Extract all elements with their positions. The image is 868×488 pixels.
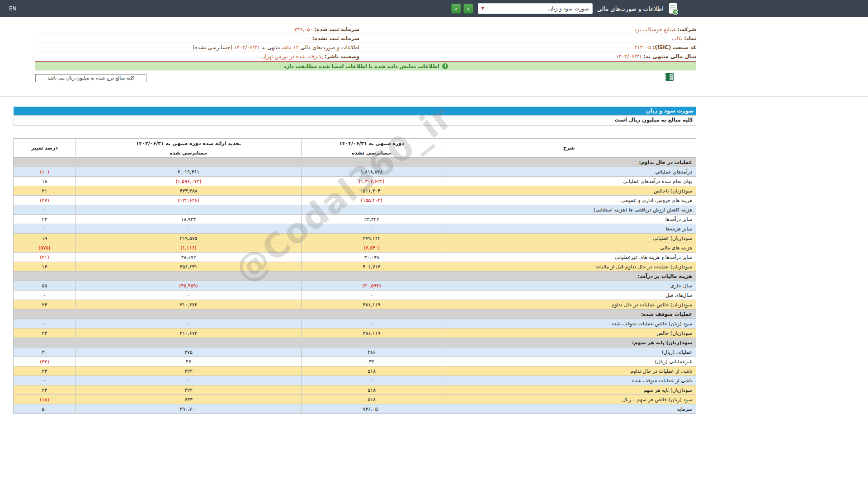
row-label: سود(زيان) خالص <box>442 328 696 338</box>
col-subheader-restated-audit: حسابرسی شده <box>76 148 302 158</box>
value-previous: (۱۲۲,۶۴۶) <box>76 196 302 205</box>
company-name-link[interactable]: صنایع جوشکاب یزد <box>634 26 675 33</box>
info-row-1: شرکت: صنایع جوشکاب یزد سرمایه ثبت شده: ۷… <box>35 25 696 34</box>
value-change-pct: ۵۰ <box>14 404 76 414</box>
value-change-pct: (۵۷۵) <box>14 243 76 253</box>
value-change-pct: (۲۱) <box>14 253 76 262</box>
section-label: عملیات در حال تداوم: <box>14 158 696 167</box>
statement-nav-buttons: ‹ › <box>451 4 473 14</box>
fiscal-year-field: سال مالی منتهی به: ۱۴۰۴/۰۶/۳۱ <box>616 53 696 60</box>
section-row: عملیات متوقف شده: <box>14 310 696 319</box>
row-label: سال‌های قبل <box>442 291 696 300</box>
value-change-pct: ۲۱ <box>14 186 76 196</box>
top-navbar: EN اطلاعات و صورت‌های مالی صورت سود و زی… <box>0 0 868 17</box>
row-label: سود (زیان) خالص عملیات متوقف شده <box>442 319 696 328</box>
prev-statement-button[interactable]: ‹ <box>451 4 461 14</box>
value-current: ۷۳۶,۰۵۰ <box>302 404 442 414</box>
row-label: غیرعملیاتی (ریال) <box>442 357 696 366</box>
symbol-link[interactable]: بکاب <box>672 35 683 42</box>
section-row: هزينه ماليات بر درآمد: <box>14 272 696 281</box>
next-statement-button[interactable]: › <box>463 4 473 14</box>
value-change-pct: ۲۳ <box>14 385 76 395</box>
value-change-pct: ۳۰ <box>14 347 76 357</box>
isic-label: کد صنعت (ISIC): <box>653 44 696 51</box>
table-row: سایر هزینه‌ها۰۰۰ <box>14 224 696 234</box>
value-change-pct: ۰ <box>14 376 76 385</box>
table-row: غیرعملیاتی (ریال)۳۲۴۷(۳۲) <box>14 357 696 366</box>
income-table-body: عملیات در حال تداوم:درآمدهاي عملياتي۱,۸۱… <box>14 158 696 414</box>
value-current: (۱,۳۰۷,۶۲۴) <box>302 177 442 186</box>
registered-capital-label: سرمایه ثبت شده: <box>314 26 359 33</box>
statement-title-bar: صورت سود و زیان <box>14 107 696 115</box>
value-change-pct: ۰ <box>14 291 76 300</box>
value-current: ۳۸۱,۱۱۹ <box>302 328 442 338</box>
value-previous: ۲,۰۱۹,۳۶۱ <box>76 167 302 177</box>
section-label: هزينه ماليات بر درآمد: <box>14 272 696 281</box>
section-label: سود(زیان) پایه هر سهم: <box>14 338 696 347</box>
table-row: سود(زيان) خالص عمليات در حال تداوم۳۸۱,۱۱… <box>14 300 696 310</box>
signature-match-banner: i اطلاعات نمایش داده شده با اطلاعات امضا… <box>35 62 696 70</box>
value-current: (۲۰,۵۹۴) <box>302 281 442 291</box>
info-row-4: سال مالی منتهی به: ۱۴۰۴/۰۶/۳۱ وضعیت ناشر… <box>35 52 696 61</box>
value-current: ۳۷۹,۱۴۴ <box>302 234 442 243</box>
value-current: (۱۵۵,۴۰۲) <box>302 196 442 205</box>
row-label: سود(زيان) ناخالص <box>442 186 696 196</box>
row-label: سود(زيان) عمليات در حال تداوم قبل از مال… <box>442 262 696 272</box>
unregistered-capital-label: سرمایه ثبت نشده: <box>312 35 359 42</box>
isic-value: ۳۱۳۰۰۵ <box>634 44 651 51</box>
report-title-line: اطلاعات و صورت‌های مالی ۱۲ ماهه منتهی به… <box>35 44 359 51</box>
table-row: سود(زيان) ناخالص۵۱۱,۲۰۴۴۲۳,۲۸۸۲۱ <box>14 186 696 196</box>
excel-export-icon[interactable]: X <box>665 73 674 81</box>
unregistered-capital-value: ۰ <box>308 35 311 42</box>
symbol-field: نماد: بکاب <box>672 35 696 42</box>
col-header-change-pct: درصد تغییر <box>14 139 76 158</box>
table-row: سال‌های قبل۰۰۰ <box>14 291 696 300</box>
table-row: سود (زیان) خالص هر سهم – ریال۵۱۸۶۳۳(۱۸) <box>14 395 696 404</box>
section-label: عملیات متوقف شده: <box>14 310 696 319</box>
row-label: سود(زيان) خالص عمليات در حال تداوم <box>442 300 696 310</box>
info-row-2: نماد: بکاب سرمایه ثبت نشده: ۰ <box>35 34 696 43</box>
value-previous: ۴۲۲ <box>76 385 302 395</box>
report-line-middle: منتهی به <box>260 44 282 51</box>
row-label: سایر هزینه‌ها <box>442 224 696 234</box>
value-change-pct: ۱۳ <box>14 262 76 272</box>
value-change-pct: ۰ <box>14 205 76 215</box>
language-toggle[interactable]: EN <box>9 5 17 12</box>
registered-capital-value: ۷۳۶,۰۵۰ <box>294 26 313 33</box>
value-change-pct: ۵۵ <box>14 281 76 291</box>
value-previous: ۶۳۳ <box>76 395 302 404</box>
value-current: ۴۰۱,۷۱۳ <box>302 262 442 272</box>
table-row: سایر درآمدها۲۳,۳۴۲۱۸,۹۳۳۲۳ <box>14 215 696 224</box>
value-change-pct: ۲۳ <box>14 300 76 310</box>
value-current: ۳۸۱,۱۱۹ <box>302 300 442 310</box>
company-label: شرکت: <box>677 26 696 33</box>
section-divider <box>0 96 868 97</box>
info-row-3: کد صنعت (ISIC): ۳۱۳۰۰۵ اطلاعات و صورت‌ها… <box>35 43 696 52</box>
statement-type-select[interactable]: صورت سود و زیان ▼ <box>478 3 593 14</box>
value-current: ۰ <box>302 205 442 215</box>
value-change-pct: ۰ <box>14 319 76 328</box>
col-header-current-period: دوره منتهی به ۱۴۰۴/۰۶/۳۱ <box>302 139 442 148</box>
fiscal-year-label: سال مالی منتهی به: <box>643 53 696 60</box>
value-current: ۰ <box>302 376 442 385</box>
value-current: ۵۱۸ <box>302 366 442 376</box>
chevron-down-icon: ▼ <box>481 7 484 10</box>
section-row: عملیات در حال تداوم: <box>14 158 696 167</box>
report-line-period: ۱۲ ماهه <box>282 44 299 51</box>
note-row: X کلیه مبالغ درج شده به میلیون ریال می ب… <box>35 73 696 82</box>
value-current: (۷,۵۳۰) <box>302 243 442 253</box>
svg-text:X: X <box>665 75 666 80</box>
value-previous: ۴۹۰,۷۰۰ <box>76 404 302 414</box>
table-row: سایر درآمدها و هزینه های غیرعملیاتی۳۰,۰۹… <box>14 253 696 262</box>
value-change-pct: (۱۸) <box>14 395 76 404</box>
income-statement-table: شرح دوره منتهی به ۱۴۰۴/۰۶/۳۱ تجدید ارائه… <box>13 138 696 414</box>
issuer-status-value: پذیرفته شده در بورس تهران <box>261 53 323 60</box>
value-previous: ۳۵۶,۶۳۱ <box>76 262 302 272</box>
value-current: ۲۳,۳۴۲ <box>302 215 442 224</box>
value-previous: ۳۱۹,۵۷۵ <box>76 234 302 243</box>
info-icon: i <box>442 63 448 69</box>
registered-capital-field: سرمایه ثبت شده: ۷۳۶,۰۵۰ <box>35 26 359 33</box>
value-change-pct: ۲۳ <box>14 366 76 376</box>
issuer-status-label: وضعیت ناشر: <box>325 53 359 60</box>
value-change-pct: ۰ <box>14 224 76 234</box>
